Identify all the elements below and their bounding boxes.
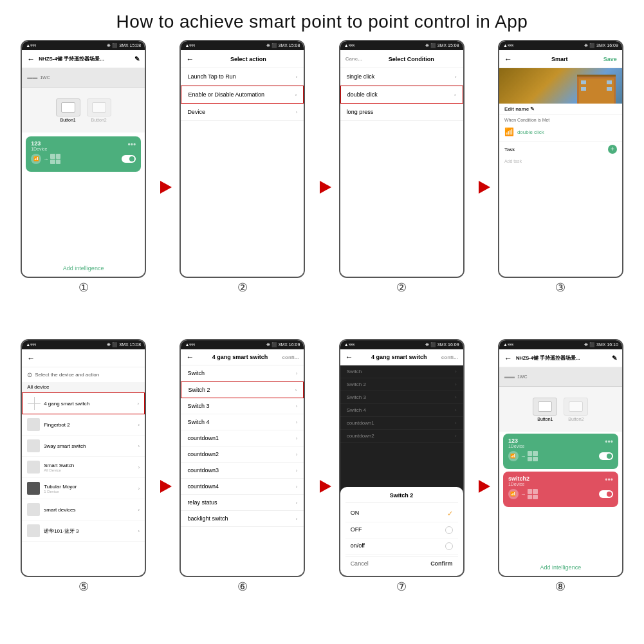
switch-item-5[interactable]: countdown2 › [181,446,304,463]
device-area-8: Button1 Button2 [499,387,622,432]
phone-6: ▲ৰৰৰ❋ ⬛ 3MX 16:09 ← 4 gang smart switch … [179,339,305,577]
wifi-icon-8: 📶 [508,451,519,461]
screen-4-wrapper: ▲ৰৰৰ❋ ⬛ 3MX 16:09 ← Smart Save [484,40,638,334]
edit-icon-1[interactable]: ✎ [134,55,140,62]
device1-8: Button1 [533,398,557,421]
step-4: ③ [555,281,566,295]
content-7: Switch › Switch 2 › Switch 3 › Switch 4 … [340,365,463,576]
arrow-5 [160,480,172,493]
device-item-1[interactable]: Fingerbot 2 › [22,414,145,436]
option-off[interactable]: OFF [345,522,458,538]
step-6: ⑥ [237,580,248,594]
when-condition-4: When Condition is Met [499,115,622,125]
condition-3[interactable]: long press [340,104,463,121]
green-card-1: 123 1Device ••• 📶 → [26,136,141,172]
add-task-label-4[interactable]: Add task [499,156,622,166]
screens-grid: ▲ৰৰৰ❋ ⬛ 3MX 15:08 ← NHZS-4键 手持遥控器场景... ✎… [0,40,644,638]
switch-item-3[interactable]: Switch 4 › [181,414,304,430]
screen-7-wrapper: ▲ৰৰৰ❋ ⬛ 3MX 16:09 ← 4 gang smart switch … [325,339,479,633]
back-icon-5[interactable]: ← [27,354,35,363]
device2-label-8: Button2 [568,417,584,421]
content-8: ▬▬1WC Button1 But [499,367,622,576]
header-title-4: Smart [516,56,603,62]
header-7: ← 4 gang smart switch confi... [340,349,463,365]
toggle-1[interactable] [122,155,136,163]
content-5: ⊙ Select the device and action All devic… [22,367,145,576]
all-device-tab-5[interactable]: All device [22,382,145,392]
content-6: Switch › Switch 2 › Switch 3 › Switch 4 … [181,365,304,576]
edit-name-4[interactable]: Edit name ✎ [499,104,622,115]
menu-item-2[interactable]: Enable or Disable Automation › [181,86,304,104]
radio-off [445,526,453,534]
content-4: Edit name ✎ When Condition is Met 📶 doub… [499,68,622,277]
back-icon-8[interactable]: ← [504,354,512,363]
check-icon-on: ✓ [447,510,453,518]
building-shape [577,75,616,104]
radio-onoff [445,542,453,550]
save-btn-4[interactable]: Save [603,56,617,62]
option-onoff[interactable]: on/off [345,538,458,555]
switch-item-0[interactable]: Switch › [181,365,304,382]
cancel-btn-3[interactable]: Canc... [345,56,362,62]
device1: Button1 [56,98,80,122]
device2-8: Button2 [564,398,588,421]
double-click-row-4: 📶 double click [499,125,622,139]
status-bar-6: ▲ৰৰৰ❋ ⬛ 3MX 16:09 [181,340,304,349]
phone-1: ▲ৰৰৰ❋ ⬛ 3MX 15:08 ← NHZS-4键 手持遥控器场景... ✎… [21,40,146,278]
status-bar-7: ▲ৰৰৰ❋ ⬛ 3MX 16:09 [340,340,463,349]
back-icon-6[interactable]: ← [186,353,194,362]
header-title-8: NHZS-4键 手持遥控器场景... [516,355,612,362]
task-row-4: Task + [499,142,622,156]
add-intelligence-8[interactable]: Add intelligence [499,564,622,571]
menu-item-1[interactable]: Launch Tap to Run › [181,68,304,86]
switch-item-6[interactable]: countdown3 › [181,463,304,479]
toggle-8-2[interactable] [599,490,613,498]
device-item-3[interactable]: Smart Switch All Device › [22,457,145,478]
back-icon-7[interactable]: ← [345,353,353,362]
header-2: ← Select action [181,50,304,68]
phone-8: ▲ৰৰৰ❋ ⬛ 3MX 16:10 ← NHZS-4键 手持遥控器场景... ✎… [498,339,623,577]
device2: Button2 [87,98,111,122]
header-1: ← NHZS-4键 手持遥控器场景... ✎ [22,50,145,68]
phone-3: ▲ৰৰৰ❋ ⬛ 3MX 15:08 Canc... Select Conditi… [339,40,465,278]
switch-item-9[interactable]: backlight switch › [181,511,304,527]
device-item-2[interactable]: 3way smart switch › [22,436,145,457]
device-item-6[interactable]: 诺华101·蓝牙 3 › [22,520,145,542]
device-item-5[interactable]: smart devices › [22,499,145,520]
menu-item-3[interactable]: Device › [181,104,304,121]
phone-4: ▲ৰৰৰ❋ ⬛ 3MX 16:09 ← Smart Save [498,40,623,278]
popup-title-7: Switch 2 [345,492,458,503]
card-number-1: 123 [31,140,47,147]
device-item-0[interactable]: 4 gang smart switch › [22,392,145,414]
device-area-1: Button1 Button2 [22,87,145,133]
condition-2[interactable]: double click › [340,86,463,104]
switch-item-8[interactable]: relay status › [181,495,304,511]
arrow-7 [479,480,490,493]
condition-1[interactable]: single click › [340,68,463,86]
add-task-btn-4[interactable]: + [608,145,617,154]
switch-item-4[interactable]: countdown1 › [181,430,304,446]
toggle-8-1[interactable] [599,452,613,460]
status-bar-5: ▲ৰৰৰ❋ ⬛ 3MX 15:08 [22,340,145,349]
arrow-2 [320,181,331,194]
content-3: single click › double click › long press [340,68,463,277]
step-8: ⑧ [555,580,566,594]
green-card-8: 123 1Device ••• 📶 → [503,434,618,469]
option-on[interactable]: ON ✓ [345,506,458,522]
add-intelligence-1[interactable]: Add intelligence [22,265,145,271]
header-4: ← Smart Save [499,50,622,68]
device1-label-8: Button1 [537,417,553,421]
switch-item-1[interactable]: Switch 2 › [181,382,304,398]
edit-icon-8[interactable]: ✎ [612,354,617,362]
switch-item-2[interactable]: Switch 3 › [181,398,304,414]
header-5: ← [22,349,145,367]
confirm-btn-7[interactable]: Confirm [430,560,453,567]
cancel-btn-7[interactable]: Cancel [351,560,369,567]
switch-item-7[interactable]: countdown4 › [181,479,304,495]
back-icon-2[interactable]: ← [186,55,194,64]
back-icon-4[interactable]: ← [504,55,512,64]
device-item-4[interactable]: Tubular Moyor 1 Device › [22,478,145,499]
step-5: ⑤ [78,580,89,594]
header-3: Canc... Select Condition [340,50,463,68]
back-icon-1[interactable]: ← [27,55,35,64]
